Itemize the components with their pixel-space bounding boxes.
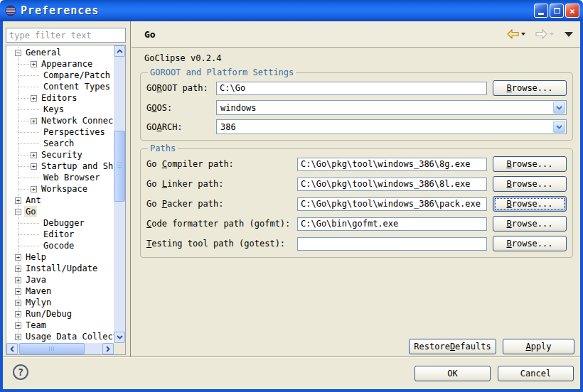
collapse-icon[interactable]: − xyxy=(15,209,21,215)
tree-item-web-browser[interactable]: Web Browser xyxy=(6,172,114,183)
expand-icon[interactable]: + xyxy=(15,300,21,306)
scroll-down-icon[interactable] xyxy=(114,332,125,343)
forward-menu-icon[interactable] xyxy=(550,33,554,36)
minimize-button[interactable] xyxy=(534,4,548,18)
tree-item-team[interactable]: +Team xyxy=(6,320,114,331)
tree-item-compare-patch[interactable]: Compare/Patch xyxy=(6,70,114,81)
horizontal-scroll-thumb[interactable] xyxy=(19,343,85,354)
expand-icon[interactable]: + xyxy=(15,334,21,340)
code-formatter-path-input[interactable] xyxy=(297,217,487,231)
tree-item-label: Help xyxy=(24,251,48,263)
tree-item-keys[interactable]: Keys xyxy=(6,104,114,115)
expand-icon[interactable]: + xyxy=(31,186,37,192)
filter-input[interactable] xyxy=(6,28,126,43)
preferences-tree: −General+AppearanceCompare/PatchContent … xyxy=(6,45,126,355)
page-navigation xyxy=(507,29,573,39)
go-compiler-path-browse-button[interactable]: Browse... xyxy=(493,156,567,172)
tree-item-startup-and-shu[interactable]: +Startup and Shu xyxy=(6,160,114,172)
tree-item-appearance[interactable]: +Appearance xyxy=(6,58,114,70)
group-paths: PathsGo Compiler path:Browse...Go Linker… xyxy=(140,143,573,258)
tree-item-debugger[interactable]: Debugger xyxy=(6,217,114,229)
testing-tool-path-label: Testing tool path (gotest): xyxy=(146,239,297,249)
testing-tool-path-input[interactable] xyxy=(297,237,487,251)
tree-item-editors[interactable]: +Editors xyxy=(6,92,114,104)
tree-item-run-debug[interactable]: +Run/Debug xyxy=(6,308,114,320)
tree-item-content-types[interactable]: Content Types xyxy=(6,81,114,92)
tree-item-search[interactable]: Search xyxy=(6,138,114,149)
cancel-button[interactable]: Cancel xyxy=(498,366,574,381)
go-linker-path-row: Go Linker path:Browse... xyxy=(146,176,567,192)
tree-item-security[interactable]: +Security xyxy=(6,149,114,160)
tree-vertical-scrollbar[interactable] xyxy=(114,45,125,343)
tree-item-label: Install/Update xyxy=(24,263,99,274)
goroot-path-input[interactable] xyxy=(216,82,487,95)
ok-button[interactable]: OK xyxy=(414,366,491,381)
scroll-left-icon[interactable] xyxy=(6,343,18,354)
tree-item-java[interactable]: +Java xyxy=(6,274,114,285)
expand-icon[interactable]: + xyxy=(15,311,21,317)
scroll-up-icon[interactable] xyxy=(114,45,125,57)
tree-item-mylyn[interactable]: +Mylyn xyxy=(6,297,114,308)
forward-icon[interactable] xyxy=(535,29,547,39)
goarch-combo[interactable]: 386 xyxy=(216,119,567,134)
tree-item-label: Run/Debug xyxy=(24,308,73,320)
goos-combo[interactable]: windows xyxy=(216,100,567,115)
tree-horizontal-scrollbar[interactable] xyxy=(6,343,114,354)
go-linker-path-label: Go Linker path: xyxy=(146,179,297,189)
expand-icon[interactable]: + xyxy=(15,254,21,261)
vertical-scroll-thumb[interactable] xyxy=(114,131,125,202)
expand-icon[interactable]: + xyxy=(15,322,21,329)
tree-item-maven[interactable]: +Maven xyxy=(6,285,114,297)
go-linker-path-input[interactable] xyxy=(297,178,487,191)
tree-item-label: Web Browser xyxy=(42,172,101,183)
go-compiler-path-input[interactable] xyxy=(297,158,487,171)
maximize-button[interactable] xyxy=(550,4,564,18)
expand-icon[interactable]: + xyxy=(15,197,21,204)
close-button[interactable]: × xyxy=(565,4,579,18)
expand-icon[interactable]: + xyxy=(31,95,37,102)
chevron-down-icon[interactable] xyxy=(553,102,565,114)
tree-item-ant[interactable]: +Ant xyxy=(6,195,114,206)
tree-item-network-connect[interactable]: +Network Connect xyxy=(6,115,114,126)
expand-icon[interactable]: + xyxy=(31,61,37,67)
tree-item-install-update[interactable]: +Install/Update xyxy=(6,263,114,274)
tree-item-gocode[interactable]: Gocode xyxy=(6,240,114,251)
restore-defaults-button[interactable]: Restore Defaults xyxy=(409,339,496,354)
tree-item-label: Team xyxy=(24,320,48,331)
code-formatter-path-label: Code formatter path (gofmt): xyxy=(146,219,297,229)
expand-icon[interactable]: + xyxy=(15,266,21,272)
goarch-row: GOARCH:386 xyxy=(146,119,567,134)
page-header: Go xyxy=(132,21,580,48)
chevron-down-icon[interactable] xyxy=(553,121,565,133)
go-linker-path-browse-button[interactable]: Browse... xyxy=(493,176,567,192)
scroll-right-icon[interactable] xyxy=(102,343,114,354)
collapse-icon[interactable]: − xyxy=(15,50,21,56)
expand-icon[interactable]: + xyxy=(31,118,37,124)
go-packer-path-input[interactable] xyxy=(297,197,487,211)
goroot-path-browse-button[interactable]: Browse... xyxy=(493,80,567,96)
tree-item-general[interactable]: −General xyxy=(6,47,114,58)
go-packer-path-browse-button[interactable]: Browse... xyxy=(493,196,567,212)
back-icon[interactable] xyxy=(507,29,519,39)
tree-item-editor[interactable]: Editor xyxy=(6,229,114,240)
help-icon[interactable]: ? xyxy=(13,364,28,380)
view-menu-icon[interactable] xyxy=(565,32,573,37)
back-menu-icon[interactable] xyxy=(521,33,525,36)
expand-icon[interactable]: + xyxy=(15,277,21,283)
testing-tool-path-browse-button[interactable]: Browse... xyxy=(493,236,567,251)
expand-icon[interactable]: + xyxy=(31,152,37,158)
expand-icon[interactable]: + xyxy=(31,163,37,170)
code-formatter-path-browse-button[interactable]: Browse... xyxy=(493,216,567,232)
tree-item-help[interactable]: +Help xyxy=(6,251,114,263)
expand-icon[interactable]: + xyxy=(15,288,21,295)
tree-item-perspectives[interactable]: Perspectives xyxy=(6,126,114,138)
testing-tool-path-row: Testing tool path (gotest):Browse... xyxy=(146,236,567,251)
apply-button[interactable]: Apply xyxy=(503,339,574,354)
go-compiler-path-row: Go Compiler path:Browse... xyxy=(146,156,567,172)
tree-item-go[interactable]: −Go xyxy=(6,206,114,217)
titlebar[interactable]: Preferences × xyxy=(0,0,583,21)
group-goroot-and-platform-settings: GOROOT and Platform SettingsGOROOT path:… xyxy=(140,67,573,141)
version-label: GoClipse v0.2.4 xyxy=(144,53,580,65)
tree-item-usage-data-collect[interactable]: +Usage Data Collect xyxy=(6,331,114,342)
tree-item-workspace[interactable]: +Workspace xyxy=(6,183,114,195)
